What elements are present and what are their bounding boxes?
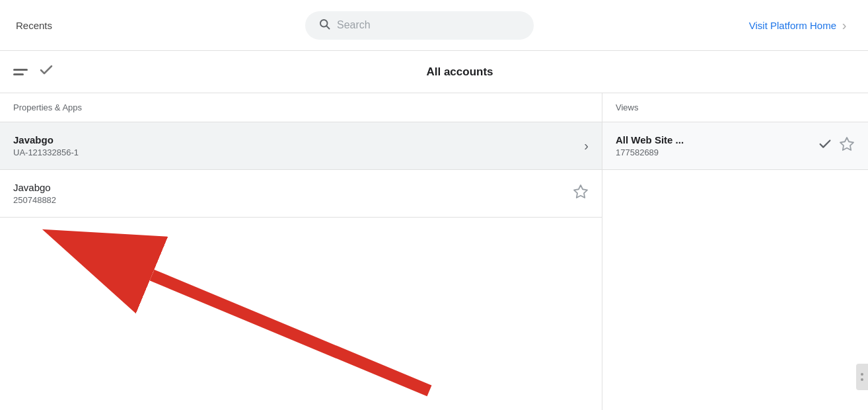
property-row[interactable]: Javabgo UA-121332856-1 › [0, 122, 602, 170]
header: Recents Search Visit Platform Home › [0, 0, 868, 51]
property-id-2: 250748882 [13, 195, 573, 205]
page-title: All accounts [65, 65, 855, 79]
search-area: Search [135, 11, 704, 40]
property-name-1: Javabgo [13, 134, 584, 145]
search-placeholder-text: Search [337, 19, 371, 31]
svg-marker-2 [574, 185, 587, 198]
svg-line-1 [326, 26, 329, 28]
star-icon[interactable] [573, 184, 589, 204]
property-id-1: UA-121332856-1 [13, 147, 584, 157]
search-icon [318, 18, 330, 33]
right-panel: Views All Web Site ... 177582689 [602, 93, 868, 410]
properties-column-header: Properties & Apps [0, 93, 602, 122]
svg-marker-3 [840, 138, 853, 150]
filter-line-1 [13, 69, 28, 71]
view-info-1: All Web Site ... 177582689 [616, 134, 818, 157]
chevron-right-icon: › [584, 138, 589, 153]
view-id-1: 177582689 [616, 147, 818, 157]
recents-link[interactable]: Recents [16, 20, 135, 31]
property-row[interactable]: Javabgo 250748882 [0, 170, 602, 218]
svg-point-6 [861, 373, 863, 376]
check-mark-icon [818, 137, 832, 155]
filter-line-2 [13, 73, 24, 75]
view-name-1: All Web Site ... [616, 134, 818, 145]
visit-platform-home-link[interactable]: Visit Platform Home [704, 20, 836, 31]
property-name-2: Javabgo [13, 182, 573, 193]
views-column-header: Views [602, 93, 868, 122]
check-icon[interactable] [38, 62, 54, 82]
toolbar: All accounts [0, 51, 868, 93]
scroll-tab[interactable] [856, 364, 868, 390]
view-icons [818, 136, 855, 156]
search-box[interactable]: Search [305, 11, 534, 40]
star-icon[interactable] [839, 136, 855, 156]
left-panel: Properties & Apps Javabgo UA-121332856-1… [0, 93, 602, 410]
scroll-indicator: › [836, 18, 852, 33]
property-info-2: Javabgo 250748882 [13, 182, 573, 205]
view-row[interactable]: All Web Site ... 177582689 [602, 122, 868, 170]
svg-point-7 [861, 378, 863, 381]
filter-icon[interactable] [13, 69, 28, 75]
property-info-1: Javabgo UA-121332856-1 [13, 134, 584, 157]
content-area: Properties & Apps Javabgo UA-121332856-1… [0, 93, 868, 410]
